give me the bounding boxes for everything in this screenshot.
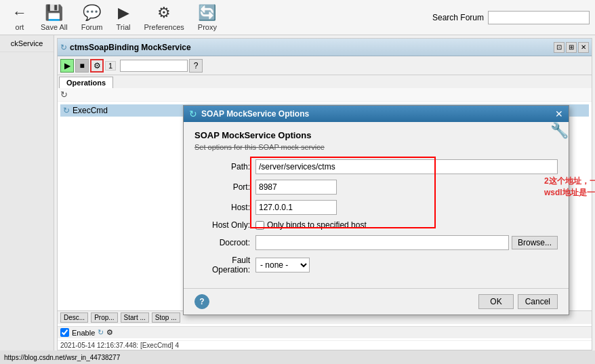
status-bar: https://blog.csdn.net/wsr_in_44738277 — [0, 350, 595, 364]
port-row: Port: — [194, 180, 558, 195]
panel-icon-resize2[interactable]: ⊞ — [566, 42, 577, 53]
tabs-bar: Operations — [58, 75, 592, 88]
dialog-title-icon: ↻ — [189, 108, 197, 119]
forum-icon: 💬 — [83, 4, 101, 22]
tab-operations-label: Operations — [66, 79, 106, 87]
docroot-input[interactable] — [255, 235, 509, 250]
toolbar-proxy[interactable]: 🔄 Proxy — [198, 4, 217, 31]
docroot-label: Docroot: — [194, 238, 255, 247]
host-only-label: Host Only: — [194, 220, 255, 230]
panel-icon-resize1[interactable]: ⊡ — [554, 42, 565, 53]
help-button[interactable]: ? — [189, 59, 203, 73]
port-icon: ← — [12, 4, 27, 22]
fault-operation-row: Fault Operation: - none - — [194, 256, 558, 275]
annotation-text: 2这个地址，一定要和客户端里的，wsdl地址是一样的 — [544, 176, 595, 199]
host-only-checkbox-label: Only binds to specified host — [267, 220, 367, 230]
proxy-icon: 🔄 — [198, 4, 216, 22]
start-button[interactable]: Start ... — [121, 312, 149, 323]
fault-select[interactable]: - none - — [255, 258, 310, 272]
enable-icon2[interactable]: ⚙ — [106, 328, 113, 337]
toolbar-preferences[interactable]: ⚙ Preferences — [144, 4, 184, 31]
ok-button[interactable]: OK — [478, 294, 513, 309]
search-area: Search Forum — [432, 11, 590, 24]
save-all-label: Save All — [41, 23, 68, 31]
save-all-icon: 💾 — [45, 4, 63, 22]
dialog-titlebar: ↻ SOAP MockService Options ✕ — [184, 106, 569, 122]
panel-title-icon: ↻ — [60, 43, 67, 52]
enable-bar: Enable ↻ ⚙ — [58, 326, 592, 338]
log-text: 2021-05-14 12:16:37.448: [ExecCmd] 4 — [60, 342, 179, 349]
panel-titlebar: ↻ ctmsSoapBinding MockService ⊡ ⊞ ✕ — [58, 39, 592, 56]
host-label: Host: — [194, 203, 255, 212]
panel-icon-close[interactable]: ✕ — [578, 42, 589, 53]
path-row: Path: — [194, 159, 558, 174]
tab-operations[interactable]: Operations — [59, 77, 113, 88]
toolbar-forum[interactable]: 💬 Forum — [81, 4, 103, 31]
panel-title-icons: ⊡ ⊞ ✕ — [554, 42, 589, 53]
docroot-row: Docroot: Browse... — [194, 235, 558, 250]
status-url: https://blog.csdn.net/wsr_in_44738277 — [4, 354, 120, 361]
soap-dialog: ↻ SOAP MockService Options ✕ SOAP MockSe… — [183, 105, 569, 315]
port-label: Port: — [194, 182, 255, 192]
play-button[interactable]: ▶ — [60, 59, 74, 73]
host-row: Host: — [194, 200, 558, 215]
toolbar-port[interactable]: ← ort — [12, 4, 27, 31]
log-entry: 2021-05-14 12:16:37.448: [ExecCmd] 4 — [58, 340, 592, 350]
number-badge: 1 — [105, 61, 116, 70]
ops-item-label: ExecCmd — [73, 106, 108, 115]
path-label: Path: — [194, 162, 255, 171]
left-panel: ckService — [0, 35, 54, 364]
dialog-close-button[interactable]: ✕ — [555, 108, 563, 119]
dialog-title-text: SOAP MockService Options — [201, 109, 555, 119]
cancel-button[interactable]: Cancel — [518, 294, 558, 309]
refresh-row: ↻ — [58, 88, 592, 102]
left-panel-ckservice[interactable]: ckService — [0, 35, 54, 52]
stop-button-bar[interactable]: Stop ... — [152, 312, 180, 323]
host-only-checkbox[interactable] — [255, 221, 264, 230]
browse-button[interactable]: Browse... — [512, 236, 558, 249]
enable-label: Enable — [72, 329, 95, 337]
preferences-icon: ⚙ — [157, 4, 171, 22]
search-label: Search Forum — [432, 13, 484, 22]
trial-label: Trial — [117, 23, 131, 31]
help-dialog-button[interactable]: ? — [194, 294, 209, 309]
dialog-heading: SOAP MockService Options — [194, 130, 558, 140]
footer-left: ? — [194, 294, 209, 309]
trial-icon: ▶ — [118, 4, 129, 22]
toolbar-trial[interactable]: ▶ Trial — [117, 4, 131, 31]
panel-toolbar: ▶ ■ ⚙ 1 ? — [58, 56, 592, 75]
host-input[interactable] — [255, 200, 337, 215]
preferences-label: Preferences — [144, 23, 184, 31]
wrench-icon: 🔧 — [550, 122, 569, 140]
toolbar-save-all[interactable]: 💾 Save All — [41, 4, 68, 31]
desc-button[interactable]: Desc... — [60, 312, 88, 323]
search-input[interactable] — [488, 11, 590, 24]
fault-label: Fault Operation: — [194, 256, 255, 275]
proxy-label: Proxy — [198, 23, 217, 31]
dialog-body: SOAP MockService Options Set options for… — [184, 122, 569, 288]
dialog-footer: ? OK Cancel — [184, 288, 569, 315]
host-only-row: Host Only: Only binds to specified host — [194, 220, 558, 230]
ops-item-icon: ↻ — [63, 106, 70, 115]
enable-icon1[interactable]: ↻ — [98, 328, 104, 337]
panel-search-input[interactable] — [120, 60, 188, 72]
port-input[interactable] — [255, 180, 337, 195]
toolbar: ← ort 💾 Save All 💬 Forum ▶ Trial ⚙ Prefe… — [0, 0, 595, 35]
footer-right: OK Cancel — [478, 294, 558, 309]
dialog-subtext: Set options for this SOAP mock service — [194, 143, 558, 151]
forum-label: Forum — [81, 23, 103, 31]
port-label: ort — [16, 23, 24, 31]
refresh-icon[interactable]: ↻ — [60, 89, 68, 100]
left-panel-item-label: ckService — [11, 39, 43, 47]
path-input[interactable] — [255, 159, 558, 174]
panel-title: ctmsSoapBinding MockService — [70, 43, 554, 52]
prop-button[interactable]: Prop... — [91, 312, 117, 323]
enable-checkbox[interactable] — [60, 328, 69, 337]
stop-button[interactable]: ■ — [75, 59, 89, 73]
gear-button[interactable]: ⚙ — [90, 59, 104, 73]
